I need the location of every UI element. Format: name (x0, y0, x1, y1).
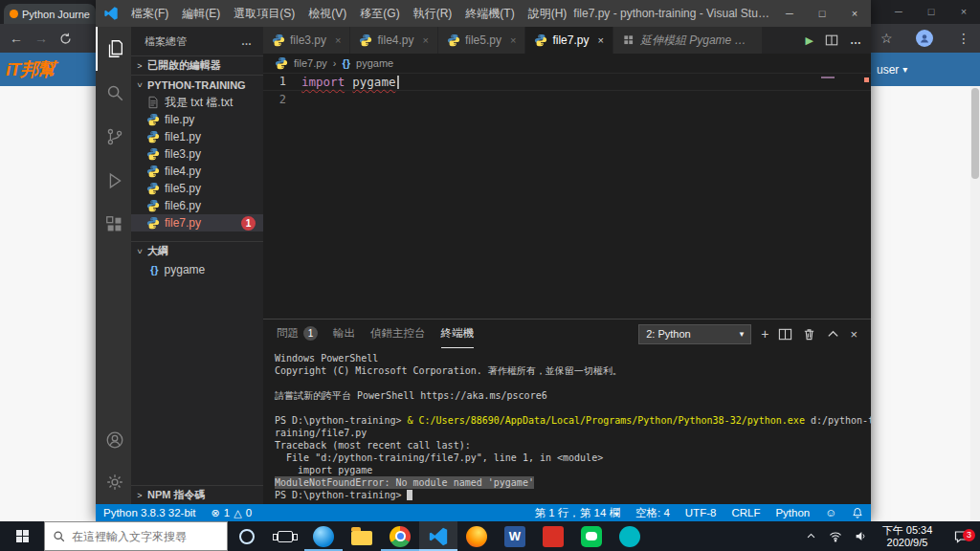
start-button[interactable] (0, 521, 44, 551)
close-tab-icon[interactable]: × (510, 34, 516, 46)
close-tab-icon[interactable]: × (335, 34, 341, 46)
file-item[interactable]: file3.py (131, 145, 263, 163)
sidebar-more-icon[interactable]: … (241, 35, 252, 47)
browser-maximize-icon[interactable]: □ (915, 0, 947, 24)
run-file-icon[interactable]: ▶ (806, 34, 813, 47)
kill-terminal-trash-icon[interactable] (802, 327, 816, 342)
account-icon[interactable] (96, 418, 131, 462)
file-item[interactable]: file1.py (131, 128, 263, 145)
tab-extension-preview[interactable]: 延伸模組 Pygame Snippet (613, 27, 763, 54)
encoding-status[interactable]: UTF-8 (678, 507, 724, 518)
breadcrumb-file[interactable]: file7.py (294, 57, 327, 69)
search-icon[interactable] (96, 71, 131, 115)
taskbar-app-edge[interactable] (304, 521, 343, 551)
browser-reload-icon[interactable] (59, 33, 72, 45)
menu-go[interactable]: 移至(G) (353, 0, 406, 27)
breadcrumb-symbol[interactable]: pygame (356, 57, 393, 69)
menu-run[interactable]: 執行(R) (407, 0, 459, 27)
section-outline[interactable]: > 大綱 (131, 241, 263, 260)
close-tab-icon[interactable]: × (423, 34, 429, 46)
new-terminal-icon[interactable]: + (761, 326, 768, 342)
run-debug-icon[interactable] (96, 159, 131, 203)
vscode-maximize-icon[interactable]: □ (806, 0, 838, 27)
notifications-bell-icon[interactable] (844, 507, 871, 518)
eol-status[interactable]: CRLF (724, 507, 768, 518)
menu-file[interactable]: 檔案(F) (124, 0, 175, 27)
source-control-icon[interactable] (96, 115, 131, 159)
browser-menu-icon[interactable]: ⋮ (957, 31, 970, 46)
speaker-icon[interactable] (848, 530, 873, 542)
browser-profile-avatar[interactable] (916, 30, 933, 47)
terminal-shell-select[interactable]: 2: Python ▾ (638, 324, 751, 344)
user-menu[interactable]: user (877, 63, 899, 77)
terminal[interactable]: Windows PowerShell Copyright (C) Microso… (263, 348, 871, 504)
cortana-button[interactable] (228, 521, 266, 551)
section-project[interactable]: > PYTHON-TRAINING (131, 75, 263, 94)
taskbar-app-vscode[interactable] (419, 521, 457, 551)
file-item[interactable]: file6.py (131, 197, 263, 214)
python-interpreter-status[interactable]: Python 3.8.3 32-bit (96, 504, 204, 521)
section-npm-scripts[interactable]: > NPM 指令碼 (131, 485, 263, 504)
taskbar-app-red[interactable] (534, 521, 572, 551)
browser-forward-icon[interactable]: → (34, 31, 48, 46)
tab-file5[interactable]: file5.py × (438, 27, 525, 54)
file-item[interactable]: file.py (131, 111, 263, 128)
file-item[interactable]: file5.py (131, 180, 263, 197)
menu-edit[interactable]: 編輯(E) (175, 0, 227, 27)
browser-tab[interactable]: Python Journe (4, 4, 96, 24)
browser-close-icon[interactable]: × (947, 0, 980, 24)
tab-file3[interactable]: file3.py × (263, 27, 350, 54)
panel-tab-debug-console[interactable]: 偵錯主控台 (370, 320, 426, 348)
explorer-icon[interactable] (96, 27, 131, 71)
settings-gear-icon[interactable] (96, 460, 131, 504)
code-editor[interactable]: 1 importpygame 2 (263, 73, 871, 319)
taskbar-app-teal[interactable] (611, 521, 649, 551)
split-terminal-icon[interactable] (778, 327, 792, 342)
page-scrollbar-thumb[interactable] (971, 88, 979, 179)
bookmark-star-icon[interactable]: ☆ (880, 31, 893, 46)
taskbar-app-firefox[interactable] (457, 521, 496, 551)
taskbar-app-file-explorer[interactable] (343, 521, 381, 551)
tray-expand-chevron-icon[interactable] (798, 531, 823, 541)
action-center-button[interactable]: 3 (942, 529, 980, 544)
site-logo[interactable]: iT邦幫 (6, 57, 55, 82)
minimap[interactable] (821, 77, 859, 81)
vscode-minimize-icon[interactable]: ─ (773, 0, 806, 27)
cursor-position-status[interactable]: 第 1 行，第 14 欄 (527, 506, 628, 520)
menu-terminal[interactable]: 終端機(T) (458, 0, 521, 27)
vscode-close-icon[interactable]: × (838, 0, 871, 27)
split-editor-icon[interactable] (825, 33, 838, 47)
file-item[interactable]: file4.py (131, 163, 263, 180)
panel-tab-problems[interactable]: 問題 1 (277, 320, 318, 348)
user-menu-caret-icon[interactable]: ▾ (902, 64, 907, 75)
menu-selection[interactable]: 選取項目(S) (227, 0, 301, 27)
taskbar-app-chrome[interactable] (381, 521, 419, 551)
menu-help[interactable]: 說明(H) (522, 0, 574, 27)
problems-status[interactable]: ⊗ 1 △ 0 (204, 504, 260, 521)
file-item-selected[interactable]: file7.py 1 (131, 214, 263, 231)
taskbar-search[interactable] (44, 521, 228, 551)
file-item-txt[interactable]: 我是 txt 檔.txt (131, 94, 263, 111)
indentation-status[interactable]: 空格: 4 (628, 506, 678, 520)
page-scrollbar[interactable] (970, 86, 980, 521)
language-mode-status[interactable]: Python (768, 507, 817, 518)
browser-minimize-icon[interactable]: ─ (882, 0, 915, 24)
close-panel-icon[interactable]: × (850, 327, 858, 342)
close-tab-icon[interactable]: × (597, 34, 603, 46)
feedback-smiley-icon[interactable]: ☺ (817, 507, 844, 518)
editor-more-actions-icon[interactable]: … (850, 33, 861, 47)
tab-file4[interactable]: file4.py × (350, 27, 437, 54)
search-input[interactable] (72, 530, 206, 543)
menu-view[interactable]: 檢視(V) (301, 0, 353, 27)
browser-back-icon[interactable]: ← (10, 31, 23, 46)
tab-file7-active[interactable]: file7.py × (525, 27, 612, 54)
outline-symbol-pygame[interactable]: {} pygame (131, 260, 263, 278)
panel-tab-output[interactable]: 輸出 (333, 320, 355, 348)
extensions-icon[interactable] (96, 203, 131, 247)
maximize-panel-icon[interactable] (826, 327, 840, 342)
section-open-editors[interactable]: > 已開啟的編輯器 (131, 55, 263, 75)
task-view-button[interactable] (266, 521, 304, 551)
taskbar-clock[interactable]: 下午 05:34 2020/9/5 (873, 524, 942, 549)
taskbar-app-word[interactable]: W (496, 521, 534, 551)
network-wifi-icon[interactable] (823, 531, 848, 542)
